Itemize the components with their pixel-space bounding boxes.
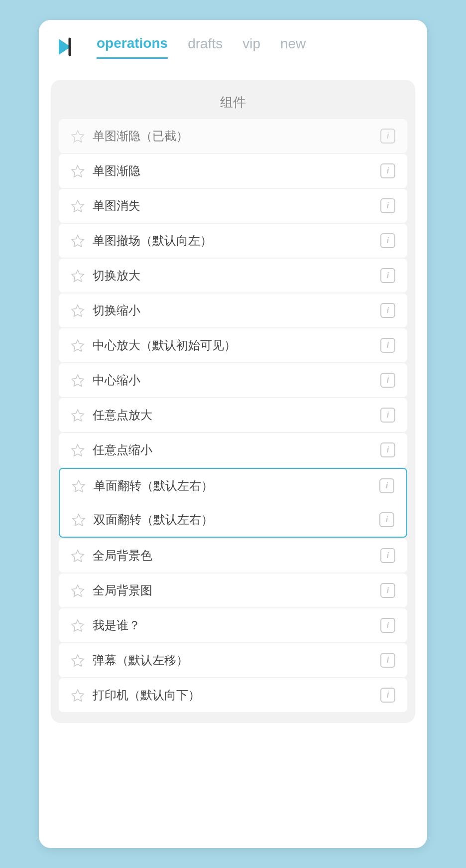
- svg-marker-9: [72, 340, 84, 351]
- tab-drafts[interactable]: drafts: [188, 36, 223, 58]
- svg-marker-17: [72, 620, 84, 631]
- app-container: operations drafts vip new 组件 单图渐隐（已截） i: [39, 20, 427, 848]
- selected-group: 单面翻转（默认左右） i 双面翻转（默认左右） i: [59, 468, 407, 538]
- svg-marker-16: [72, 585, 84, 596]
- star-icon[interactable]: [71, 234, 85, 248]
- list-item[interactable]: 单图渐隐（已截） i: [59, 119, 407, 153]
- item-label: 任意点缩小: [93, 442, 380, 458]
- star-icon[interactable]: [71, 549, 85, 563]
- nav-tabs: operations drafts vip new: [97, 35, 306, 59]
- list-item[interactable]: 中心放大（默认初始可见） i: [59, 328, 407, 362]
- item-label: 任意点放大: [93, 407, 380, 423]
- svg-marker-4: [72, 165, 84, 177]
- list-item-selected[interactable]: 双面翻转（默认左右） i: [60, 503, 406, 537]
- info-icon[interactable]: i: [380, 163, 395, 178]
- tab-vip[interactable]: vip: [242, 36, 260, 58]
- item-label: 切换放大: [93, 268, 380, 284]
- info-icon[interactable]: i: [380, 198, 395, 213]
- star-icon[interactable]: [71, 199, 85, 213]
- svg-marker-19: [72, 690, 84, 701]
- list-item[interactable]: 我是谁？ i: [59, 608, 407, 642]
- tab-operations[interactable]: operations: [97, 35, 168, 59]
- svg-marker-12: [72, 444, 84, 456]
- star-icon[interactable]: [71, 164, 85, 178]
- list-item[interactable]: 任意点放大 i: [59, 398, 407, 432]
- info-icon[interactable]: i: [379, 512, 394, 527]
- info-icon[interactable]: i: [379, 478, 394, 493]
- list-item[interactable]: 中心缩小 i: [59, 363, 407, 397]
- list-item[interactable]: 单图消失 i: [59, 189, 407, 223]
- star-icon[interactable]: [71, 373, 85, 387]
- list-item[interactable]: 全局背景色 i: [59, 539, 407, 573]
- star-icon[interactable]: [71, 303, 85, 317]
- item-label: 切换缩小: [93, 302, 380, 318]
- item-label: 打印机（默认向下）: [93, 687, 380, 703]
- list-item[interactable]: 弹幕（默认左移） i: [59, 643, 407, 677]
- item-label: 全局背景图: [93, 582, 380, 598]
- star-icon[interactable]: [71, 129, 85, 143]
- svg-marker-10: [72, 375, 84, 386]
- item-label: 弹幕（默认左移）: [93, 652, 380, 668]
- info-icon[interactable]: i: [380, 233, 395, 248]
- item-label: 双面翻转（默认左右）: [94, 512, 379, 528]
- svg-marker-8: [72, 305, 84, 316]
- item-label: 全局背景色: [93, 548, 380, 564]
- info-icon[interactable]: i: [380, 583, 395, 598]
- tab-new[interactable]: new: [280, 36, 306, 58]
- star-icon[interactable]: [71, 618, 85, 632]
- svg-marker-11: [72, 410, 84, 421]
- list-item[interactable]: 切换缩小 i: [59, 293, 407, 327]
- star-icon[interactable]: [71, 408, 85, 422]
- star-icon[interactable]: [71, 269, 85, 283]
- item-label: 单图渐隐（已截）: [93, 128, 380, 144]
- list-item[interactable]: 全局背景图 i: [59, 574, 407, 607]
- svg-marker-5: [72, 200, 84, 212]
- star-icon[interactable]: [71, 338, 85, 352]
- item-label: 单面翻转（默认左右）: [94, 478, 379, 494]
- star-icon[interactable]: [71, 583, 85, 597]
- item-label: 我是谁？: [93, 617, 380, 633]
- info-icon[interactable]: i: [380, 408, 395, 423]
- info-icon[interactable]: i: [380, 442, 395, 457]
- components-panel: 组件 单图渐隐（已截） i 单图渐: [51, 80, 415, 723]
- header: operations drafts vip new: [39, 20, 427, 60]
- item-label: 中心缩小: [93, 372, 380, 388]
- star-icon[interactable]: [72, 513, 86, 527]
- star-icon[interactable]: [71, 688, 85, 702]
- info-icon[interactable]: i: [380, 338, 395, 353]
- info-icon[interactable]: i: [380, 373, 395, 388]
- svg-marker-6: [72, 235, 84, 247]
- items-container: 单图渐隐（已截） i 单图渐隐 i 单图消失 i: [51, 119, 415, 712]
- info-icon[interactable]: i: [380, 303, 395, 318]
- item-label: 单图渐隐: [93, 163, 380, 179]
- item-label: 单图撤场（默认向左）: [93, 233, 380, 249]
- list-item[interactable]: 单图撤场（默认向左） i: [59, 224, 407, 258]
- item-label: 单图消失: [93, 198, 380, 214]
- info-icon[interactable]: i: [380, 618, 395, 633]
- svg-marker-3: [72, 131, 84, 142]
- info-icon[interactable]: i: [380, 129, 395, 144]
- svg-marker-7: [72, 270, 84, 282]
- info-icon[interactable]: i: [380, 653, 395, 668]
- list-item[interactable]: 切换放大 i: [59, 259, 407, 292]
- svg-marker-14: [73, 514, 85, 526]
- star-icon[interactable]: [71, 653, 85, 667]
- list-item[interactable]: 打印机（默认向下） i: [59, 678, 407, 712]
- star-icon[interactable]: [72, 479, 86, 493]
- svg-marker-18: [72, 655, 84, 666]
- panel-title: 组件: [51, 90, 415, 119]
- svg-marker-15: [72, 550, 84, 562]
- app-logo[interactable]: [55, 34, 81, 60]
- svg-marker-13: [73, 480, 85, 492]
- list-item-selected[interactable]: 单面翻转（默认左右） i: [60, 469, 406, 503]
- star-icon[interactable]: [71, 443, 85, 457]
- item-label: 中心放大（默认初始可见）: [93, 337, 380, 353]
- list-item[interactable]: 任意点缩小 i: [59, 433, 407, 467]
- info-icon[interactable]: i: [380, 268, 395, 283]
- content-area: 组件 单图渐隐（已截） i 单图渐: [39, 68, 427, 743]
- info-icon[interactable]: i: [380, 688, 395, 703]
- info-icon[interactable]: i: [380, 548, 395, 563]
- list-item[interactable]: 单图渐隐 i: [59, 154, 407, 188]
